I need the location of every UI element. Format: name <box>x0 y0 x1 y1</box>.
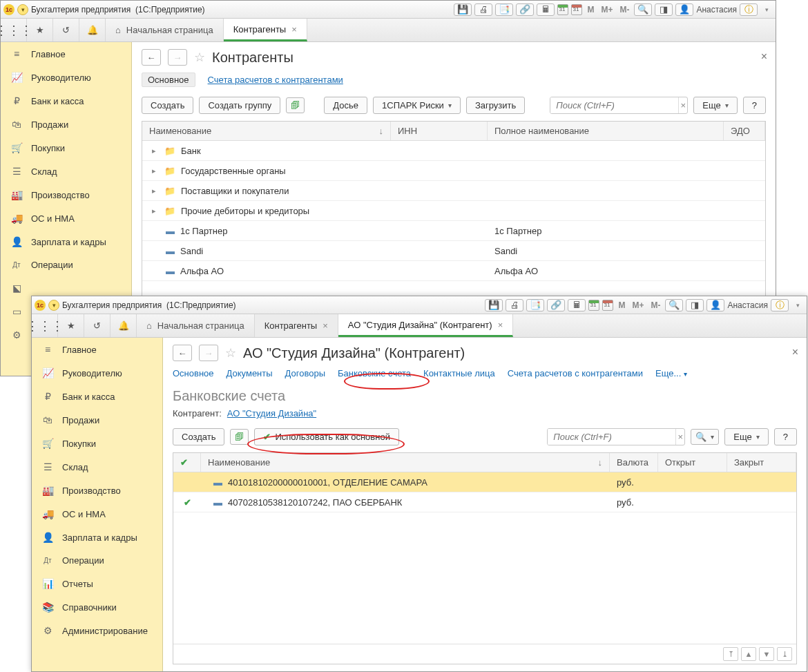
calc-icon[interactable]: 🖩 <box>537 3 555 16</box>
table-row[interactable]: ✔ ▬40702810538120107242, ПАО СБЕРБАНК ру… <box>173 492 796 512</box>
zoom-icon[interactable]: 🔍 <box>665 299 683 311</box>
save-icon[interactable]: 💾 <box>485 299 503 311</box>
copy-button[interactable]: 🗐 <box>286 97 305 113</box>
info-dd-icon[interactable]: ▾ <box>791 299 804 311</box>
mem-mplus[interactable]: M+ <box>630 300 646 310</box>
calc-icon[interactable]: 🖩 <box>568 299 586 311</box>
sidebar-item-assets[interactable]: 🚚ОС и НМА <box>1 207 131 230</box>
tab-studio[interactable]: АО "Студия Дизайна" (Контрагент)× <box>338 314 513 337</box>
mem-mplus[interactable]: M+ <box>599 5 615 15</box>
star-icon[interactable]: ☆ <box>194 50 205 65</box>
star-icon[interactable]: ☆ <box>225 345 236 361</box>
col-close[interactable]: Закрыт <box>727 453 796 472</box>
favorite-icon[interactable]: ★ <box>27 19 53 41</box>
calendar-green-icon[interactable] <box>588 300 599 311</box>
dropdown-icon[interactable]: ▾ <box>48 300 59 311</box>
col-name[interactable]: Наименование <box>149 126 211 136</box>
nav-last-icon[interactable]: ⤓ <box>777 647 792 661</box>
subtab-accounts[interactable]: Счета расчетов с контрагентами <box>208 75 343 85</box>
nav-back-button[interactable]: ← <box>173 345 192 361</box>
create-button[interactable]: Создать <box>142 97 193 114</box>
sidebar-item-operations[interactable]: ДтОперации <box>32 549 162 572</box>
sidebar-item-operations[interactable]: ДтОперации <box>1 253 131 276</box>
col-open[interactable]: Открыт <box>658 453 727 472</box>
sidebar-item-sales[interactable]: 🛍Продажи <box>1 113 131 136</box>
info-icon[interactable]: ⓘ <box>771 299 789 311</box>
sidebar-item-production[interactable]: 🏭Производство <box>1 183 131 207</box>
link-icon[interactable]: 🔗 <box>547 299 565 311</box>
create-button[interactable]: Создать <box>173 428 224 445</box>
subtab-docs[interactable]: Документы <box>227 368 273 378</box>
subtab-bank[interactable]: Банковские счета <box>338 368 411 378</box>
user-name[interactable]: Анастасия <box>696 5 737 15</box>
table-row[interactable]: ▸📁Банк <box>142 141 765 161</box>
mem-mminus[interactable]: M- <box>617 5 631 15</box>
mem-m[interactable]: M <box>616 300 627 310</box>
table-row[interactable]: ▬1с Партнер1с Партнер <box>142 221 765 241</box>
sort-asc-icon[interactable]: ↓ <box>598 457 603 468</box>
user-icon[interactable]: 👤 <box>675 3 693 16</box>
history-icon[interactable]: ↺ <box>53 19 79 41</box>
compare-icon[interactable]: 📑 <box>526 299 544 311</box>
favorite-icon[interactable]: ★ <box>58 314 84 337</box>
calendar-red-icon[interactable] <box>602 300 613 311</box>
col-currency[interactable]: Валюта <box>610 453 658 472</box>
user-icon[interactable]: 👤 <box>706 299 724 311</box>
table-row[interactable]: ▸📁Поставщики и покупатели <box>142 181 765 201</box>
print-icon[interactable]: 🖨 <box>506 299 523 311</box>
info-icon[interactable]: ⓘ <box>740 3 758 16</box>
home-tab[interactable]: ⌂Начальная страница <box>137 314 255 337</box>
sidebar-item-production[interactable]: 🏭Производство <box>32 479 162 502</box>
dossier-button[interactable]: Досье <box>324 97 367 114</box>
expand-icon[interactable]: ▸ <box>152 207 159 215</box>
use-as-main-button[interactable]: ✔Использовать как основной <box>254 428 399 445</box>
nav-forward-button[interactable]: → <box>199 345 218 361</box>
close-tab-icon[interactable]: × <box>498 320 503 330</box>
sidebar-item-purchases[interactable]: 🛒Покупки <box>32 432 162 455</box>
panel-icon[interactable]: ◨ <box>686 299 704 311</box>
sidebar-item-manager[interactable]: 📈Руководителю <box>32 361 162 385</box>
search-field[interactable] <box>548 429 675 445</box>
expand-icon[interactable]: ▸ <box>152 166 159 175</box>
subtab-main[interactable]: Основное <box>173 368 214 378</box>
bell-icon[interactable]: 🔔 <box>110 314 137 337</box>
col-full[interactable]: Полное наименование <box>488 122 724 140</box>
search-button[interactable]: 🔍 ▾ <box>691 429 719 445</box>
link-icon[interactable]: 🔗 <box>516 3 534 16</box>
nav-down-icon[interactable]: ▼ <box>759 647 774 661</box>
print-icon[interactable]: 🖨 <box>474 3 492 16</box>
copy-button[interactable]: 🗐 <box>230 429 249 445</box>
mem-m[interactable]: M <box>585 5 596 15</box>
search-input[interactable]: × <box>550 97 688 114</box>
col-edo[interactable]: ЭДО <box>724 122 765 140</box>
clear-search-icon[interactable]: × <box>678 97 687 113</box>
sidebar-item-main[interactable]: ≡Главное <box>32 338 162 361</box>
subtab-contacts[interactable]: Контактные лица <box>423 368 495 378</box>
expand-icon[interactable]: ▸ <box>152 186 159 195</box>
help-button[interactable]: ? <box>774 428 797 445</box>
user-name[interactable]: Анастасия <box>727 300 768 310</box>
main-col-icon[interactable]: ✔ <box>180 457 188 468</box>
sidebar-item-purchases[interactable]: 🛒Покупки <box>1 136 131 160</box>
calendar-green-icon[interactable] <box>557 4 568 15</box>
sidebar-item-bank[interactable]: ₽Банк и касса <box>32 385 162 408</box>
close-page-icon[interactable]: × <box>761 50 767 63</box>
sidebar-item-admin[interactable]: ⚙Администрирование <box>32 619 162 642</box>
contragent-link[interactable]: АО "Студия Дизайна" <box>227 408 316 419</box>
sidebar-item-refs[interactable]: 📚Справочники <box>32 595 162 619</box>
dropdown-icon[interactable]: ▾ <box>17 4 28 15</box>
clear-search-icon[interactable]: × <box>675 429 684 445</box>
mem-mminus[interactable]: M- <box>648 300 662 310</box>
close-tab-icon[interactable]: × <box>291 24 297 35</box>
table-row[interactable]: ▸📁Прочие дебиторы и кредиторы <box>142 201 765 221</box>
apps-icon[interactable]: ⋮⋮⋮ <box>1 19 27 41</box>
col-inn[interactable]: ИНН <box>391 122 488 140</box>
calendar-red-icon[interactable] <box>571 4 582 15</box>
panel-icon[interactable]: ◨ <box>655 3 673 16</box>
table-row[interactable]: ▬Альфа АОАльфа АО <box>142 261 765 281</box>
sidebar-item-warehouse[interactable]: ☰Склад <box>1 160 131 183</box>
table-row[interactable]: ▸📁Государственные органы <box>142 161 765 181</box>
tab-contragents[interactable]: Контрагенты× <box>255 314 338 337</box>
nav-back-button[interactable]: ← <box>142 49 161 66</box>
subtab-main[interactable]: Основное <box>142 73 195 87</box>
